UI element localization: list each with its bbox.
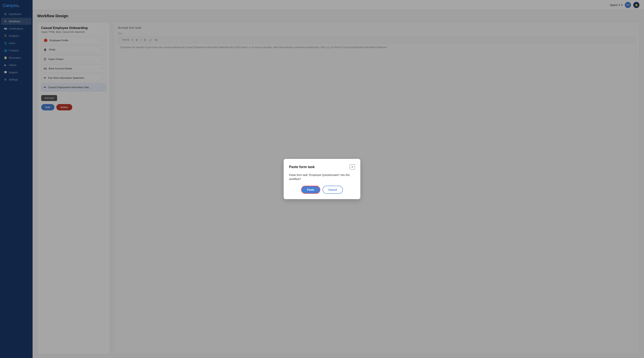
modal-header: Paste form task ✕	[289, 164, 355, 170]
modal-close-button[interactable]: ✕	[350, 164, 355, 170]
modal-body: Paste form task "Employee Questionnaire"…	[289, 173, 355, 181]
paste-modal: Paste form task ✕ Paste form task "Emplo…	[284, 159, 360, 199]
cancel-button[interactable]: Cancel	[322, 186, 343, 194]
paste-button[interactable]: Paste	[301, 186, 320, 194]
modal-overlay[interactable]: Paste form task ✕ Paste form task "Emplo…	[0, 0, 644, 358]
modal-title: Paste form task	[289, 165, 315, 169]
modal-actions: Paste Cancel	[289, 186, 355, 194]
